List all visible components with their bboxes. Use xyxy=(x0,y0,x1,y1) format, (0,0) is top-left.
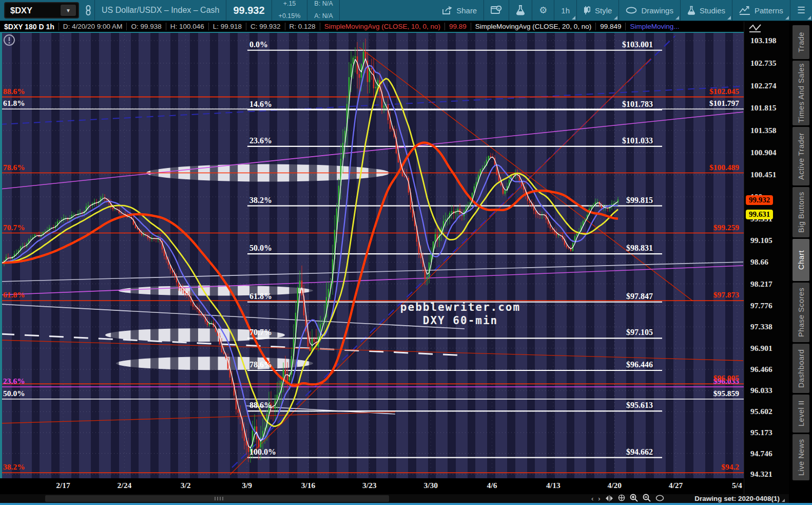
study-sma3-label[interactable]: SimpleMoving... xyxy=(626,23,683,30)
svg-text:50.0%: 50.0% xyxy=(249,244,272,252)
timeframe-button[interactable]: 1h xyxy=(554,0,576,21)
svg-text:38.2%: 38.2% xyxy=(249,196,272,204)
sidebar-tab-big-buttons[interactable]: Big Buttons xyxy=(792,187,809,237)
sidebar-tab-phase-scores[interactable]: Phase Scores xyxy=(792,283,809,342)
time-axis[interactable]: 2/172/243/23/93/163/233/304/64/134/204/2… xyxy=(0,478,744,494)
scroll-right-icon[interactable]: › xyxy=(598,494,600,503)
axis-tick-label: 102.735 xyxy=(750,59,776,68)
gear-icon[interactable]: ⚙ xyxy=(532,0,554,21)
svg-text:88.6%: 88.6% xyxy=(249,401,272,409)
svg-text:61.8%: 61.8% xyxy=(3,290,25,299)
gadget-sidebar: TradeTimes And SalesActive TraderBig But… xyxy=(789,22,812,505)
menu-icon[interactable]: ☰ xyxy=(790,0,812,21)
toolbar-separator xyxy=(339,0,340,21)
svg-text:$101.783: $101.783 xyxy=(622,100,653,108)
svg-text:38.2%: 38.2% xyxy=(3,462,25,471)
flask-icon[interactable] xyxy=(509,0,532,21)
axis-settings-icon[interactable] xyxy=(748,24,762,36)
axis-tick-label: 96.033 xyxy=(750,386,772,395)
symbol-description: US Dollar/USDX – Index – Cash xyxy=(95,0,226,21)
date-tick-label: 2/17 xyxy=(56,481,70,490)
svg-text:70.7%: 70.7% xyxy=(3,223,25,232)
date-tick-label: 4/27 xyxy=(669,481,683,490)
axis-tick-label: 96.901 xyxy=(750,344,772,353)
scrollbar-grip[interactable] xyxy=(215,497,224,500)
svg-text:$95.613: $95.613 xyxy=(626,401,653,409)
axis-tick-label: 94.746 xyxy=(750,449,772,458)
svg-text:78.6%: 78.6% xyxy=(249,360,272,369)
sidebar-tab-live-news[interactable]: Live News xyxy=(792,434,809,480)
zoom-in-icon[interactable] xyxy=(630,494,638,504)
svg-text:$94.662: $94.662 xyxy=(626,447,653,456)
svg-text:$97.873: $97.873 xyxy=(713,290,740,299)
thinkorswim-app: $DXY ▼ US Dollar/USDX – Index – Cash 99.… xyxy=(0,0,812,505)
fit-width-icon[interactable] xyxy=(605,494,613,503)
symbol-dropdown[interactable]: $DXY ▼ xyxy=(4,2,79,18)
svg-text:23.6%: 23.6% xyxy=(249,136,272,145)
axis-tick-label: 102.274 xyxy=(750,81,776,90)
date-tick-label: 3/23 xyxy=(362,481,377,490)
patterns-button[interactable]: Patterns xyxy=(732,0,790,21)
chart-canvas[interactable]: 0.0%$103.00114.6%$101.78323.6%$101.03338… xyxy=(0,32,744,478)
last-price: 99.932 xyxy=(226,0,271,21)
share-button[interactable]: Share xyxy=(435,0,484,21)
svg-text:14.6%: 14.6% xyxy=(249,100,272,108)
axis-tick-label: 101.815 xyxy=(750,103,776,113)
ohlc-field: R: 0.128 xyxy=(285,23,320,30)
panel-info-icon[interactable] xyxy=(484,0,509,21)
fib-retracement[interactable] xyxy=(247,50,662,458)
sidebar-tab-trade[interactable]: Trade xyxy=(792,25,809,59)
axis-tick-label: 97.338 xyxy=(750,322,772,331)
window-edge xyxy=(0,503,812,505)
ohlc-fields: D: 4/20/20 9:00 AMO: 99.938H: 100.046L: … xyxy=(59,21,320,32)
study-sma20-label[interactable]: SimpleMovingAvg (CLOSE, 20, 0, no) xyxy=(471,23,596,30)
style-button[interactable]: Style xyxy=(577,0,618,21)
sidebar-tab-level-ii[interactable]: Level II xyxy=(792,395,809,433)
chevron-down-icon[interactable]: ▼ xyxy=(61,5,76,16)
chart-scrollbar[interactable] xyxy=(45,495,389,502)
date-tick-label: 4/13 xyxy=(546,481,560,490)
svg-text:100.0%: 100.0% xyxy=(249,447,276,456)
svg-text:$97.847: $97.847 xyxy=(626,292,653,301)
top-toolbar: $DXY ▼ US Dollar/USDX – Index – Cash 99.… xyxy=(0,0,812,21)
svg-text:$95.859: $95.859 xyxy=(713,389,740,398)
svg-text:$101.797: $101.797 xyxy=(709,99,739,107)
axis-tick-label: 95.173 xyxy=(750,428,772,437)
date-tick-label: 3/2 xyxy=(181,481,191,490)
zoom-out-icon[interactable] xyxy=(643,494,651,504)
sidebar-tab-active-trader[interactable]: Active Trader xyxy=(792,127,809,185)
svg-text:78.6%: 78.6% xyxy=(3,163,25,172)
drawings-button[interactable]: Drawings xyxy=(619,0,680,21)
drawing-set-selector[interactable]: Drawing set: 2020-0408(1) xyxy=(694,494,785,503)
axis-tick-label: 99.105 xyxy=(750,236,772,245)
axis-tick-label: 100.904 xyxy=(750,148,776,157)
studies-button[interactable]: Studies xyxy=(681,0,732,21)
svg-text:$103.001: $103.001 xyxy=(622,40,653,49)
status-bar: ‹ › Drawing set: 2020-0408(1) xyxy=(0,494,789,503)
sidebar-tab-chart[interactable]: Chart xyxy=(792,239,809,281)
svg-text:pebblewriter.com: pebblewriter.com xyxy=(400,301,520,313)
chart-area[interactable]: 0.0%$103.00114.6%$101.78323.6%$101.03338… xyxy=(0,32,744,478)
ohlc-field: C: 99.932 xyxy=(246,23,285,30)
scroll-left-icon[interactable]: ‹ xyxy=(591,494,593,503)
ohlc-field: D: 4/20/20 9:00 AM xyxy=(59,23,127,30)
chart-nav-icons: ‹ › xyxy=(591,494,664,503)
study-sma10-label[interactable]: SimpleMovingAvg (CLOSE, 10, 0, no) xyxy=(320,23,445,30)
svg-text:DXY 60-min: DXY 60-min xyxy=(423,314,498,327)
svg-text:61.8%: 61.8% xyxy=(249,292,272,301)
study-sma10-value: 99.89 xyxy=(445,23,471,30)
svg-text:$99.815: $99.815 xyxy=(626,196,653,204)
sidebar-tab-times-and-sales[interactable]: Times And Sales xyxy=(792,61,809,125)
svg-text:$99.259: $99.259 xyxy=(713,223,740,232)
link-icon[interactable] xyxy=(82,0,94,21)
study-sma20-value: 99.849 xyxy=(596,23,626,30)
price-axis[interactable]: 103.198102.735102.274101.815101.358100.9… xyxy=(744,22,789,494)
pan-icon[interactable] xyxy=(618,494,625,503)
svg-text:$96.005: $96.005 xyxy=(713,373,740,382)
price-level-lines xyxy=(0,97,744,473)
axis-tick-label: 95.602 xyxy=(750,407,772,416)
ellipse-tool-icon[interactable] xyxy=(655,494,664,503)
sidebar-tab-dashboard[interactable]: Dashboard xyxy=(792,344,809,393)
chart-alert-icon[interactable] xyxy=(4,35,14,45)
watermark: pebblewriter.comDXY 60-min xyxy=(400,301,520,327)
